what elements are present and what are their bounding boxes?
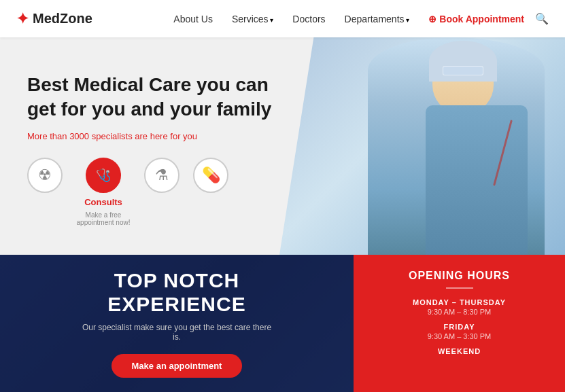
hero-subtitle: More than 3000 specialists are here for …: [27, 131, 286, 141]
opening-divider: [446, 287, 473, 289]
nav-link-departaments[interactable]: Departaments: [345, 14, 405, 24]
opening-row-weekend: WEEKEND: [438, 347, 481, 355]
lab-icon: ⚗: [155, 166, 169, 184]
bottom-right: OPENING HOURS MONDAY – THURSDAY 9:30 AM …: [354, 255, 565, 392]
make-appointment-button[interactable]: Make an appointment: [112, 354, 243, 378]
nav-link-book[interactable]: ⊕ Book Appointment: [428, 14, 524, 24]
friday-time: 9:30 AM – 3:30 PM: [428, 332, 492, 340]
pills-icon-circle: 💊: [193, 158, 228, 193]
logo-text: MedZone: [33, 11, 92, 26]
pills-icon: 💊: [202, 166, 220, 184]
hero-icons: ☢ 🩺 Consults Make a free appointment now…: [27, 158, 286, 226]
bottom-left-subtitle: Our specialist make sure you get the bes…: [82, 323, 272, 342]
opening-row-monday: MONDAY – THURSDAY 9:30 AM – 8:30 PM: [413, 298, 506, 316]
hero-icon-pills[interactable]: 💊: [193, 158, 228, 193]
consults-icon: 🩺: [96, 168, 111, 183]
hero-bg: [279, 37, 565, 255]
hero-content: Best Medical Care you can get for you an…: [0, 66, 286, 227]
consults-icon-circle: 🩺: [86, 158, 121, 193]
bottom-left: TOP NOTCH EXPERIENCE Our specialist make…: [0, 255, 354, 392]
nav-item-departaments[interactable]: Departaments: [345, 13, 410, 25]
bottom-left-content: TOP NOTCH EXPERIENCE Our specialist make…: [82, 269, 272, 378]
consults-sublabel: Make a free appointment now!: [76, 211, 131, 226]
opening-hours-title: OPENING HOURS: [409, 270, 510, 282]
consults-label: Consults: [84, 197, 122, 207]
nav-item-services[interactable]: Services: [232, 13, 273, 25]
weekend-day: WEEKEND: [438, 347, 481, 355]
hero-section: Best Medical Care you can get for you an…: [0, 37, 565, 255]
monday-thursday-day: MONDAY – THURSDAY: [413, 298, 506, 306]
hero-icon-lab[interactable]: ⚗: [144, 158, 179, 193]
navbar: ✦ MedZone About Us Services Doctors Depa…: [0, 0, 565, 37]
hero-title: Best Medical Care you can get for you an…: [27, 73, 286, 122]
hero-icon-radiation[interactable]: ☢: [27, 158, 63, 193]
logo[interactable]: ✦ MedZone: [16, 10, 92, 28]
lab-icon-circle: ⚗: [144, 158, 179, 193]
book-icon: ⊕: [428, 14, 436, 24]
nav-item-doctors[interactable]: Doctors: [292, 13, 325, 25]
nav-item-book[interactable]: ⊕ Book Appointment: [428, 14, 524, 24]
search-icon[interactable]: 🔍: [535, 12, 549, 25]
nav-link-doctors[interactable]: Doctors: [292, 14, 325, 24]
bottom-left-title: TOP NOTCH EXPERIENCE: [82, 269, 272, 316]
bottom-section: TOP NOTCH EXPERIENCE Our specialist make…: [0, 255, 565, 392]
logo-icon: ✦: [16, 10, 29, 28]
nav-links: About Us Services Doctors Departaments ⊕…: [173, 13, 524, 25]
nav-link-services[interactable]: Services: [232, 14, 269, 24]
nav-link-about[interactable]: About Us: [173, 14, 213, 24]
nav-item-about[interactable]: About Us: [173, 13, 213, 25]
hero-icon-consults[interactable]: 🩺 Consults Make a free appointment now!: [76, 158, 131, 226]
opening-row-friday: FRIDAY 9:30 AM – 3:30 PM: [428, 323, 492, 340]
friday-day: FRIDAY: [428, 323, 492, 331]
radiation-icon: ☢: [38, 166, 52, 184]
monday-thursday-time: 9:30 AM – 8:30 PM: [413, 308, 506, 316]
radiation-icon-circle: ☢: [27, 158, 63, 193]
